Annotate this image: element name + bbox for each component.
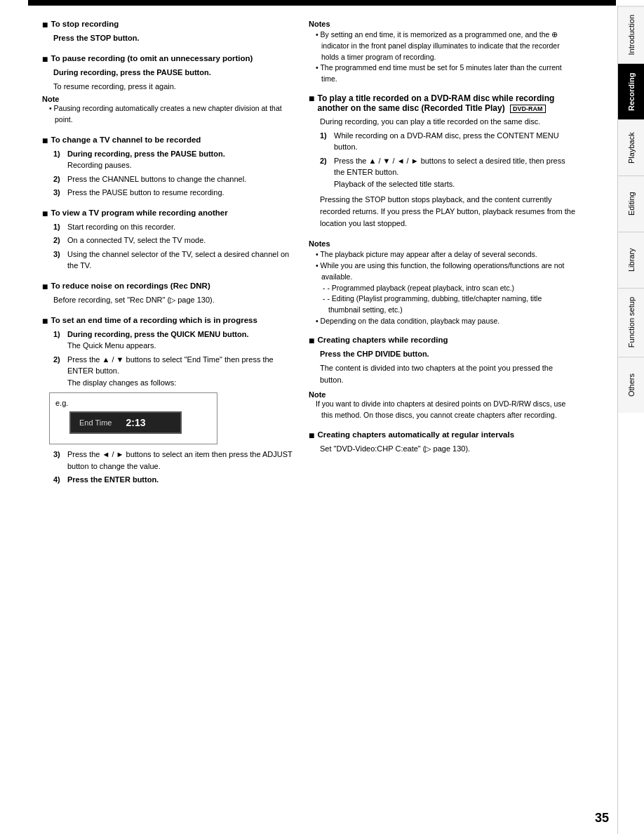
section-dvdram: ■ To play a title recorded on a DVD-RAM … [309,93,575,230]
end-time-list-2: 3) Press the ◄ / ► buttons to select an … [53,449,295,486]
sidebar: Introduction Recording Playback Editing … [617,6,644,834]
view-tv-item-2: 2) On a connected TV, select the TV mode… [53,234,295,246]
dvdram-item-2: 2) Press the ▲ / ▼ / ◄ / ► buttons to se… [320,155,575,190]
sidebar-tab-introduction[interactable]: Introduction [618,6,644,63]
sidebar-tab-others[interactable]: Others [618,357,644,413]
left-column: ■ To stop recording Press the STOP butto… [42,20,295,812]
dvdram-list: 1) While recording on a DVD-RAM disc, pr… [320,130,575,190]
notes-top-item-1: • By setting an end time, it is memorize… [314,29,575,62]
end-time-item-2: 2) Press the ▲ / ▼ buttons to select "En… [53,354,295,389]
notes-middle-item-5: • Depending on the data condition, playb… [314,316,575,327]
dvd-ram-badge: DVD-RAM [510,105,546,113]
notes-middle-item-1: • The playback picture may appear after … [314,249,575,260]
dvdram-item-1: 1) While recording on a DVD-RAM disc, pr… [320,130,575,153]
section-view-tv: ■ To view a TV program while recording a… [42,208,295,272]
sidebar-tab-editing[interactable]: Editing [618,176,644,232]
end-time-item-4: 4) Press the ENTER button. [53,474,295,486]
end-time-example-box: e.g. End Time 2:13 [49,392,217,444]
end-time-display-value: 2:13 [126,417,145,428]
rec-dnr-heading: ■ To reduce noise on recordings (Rec DNR… [42,282,295,291]
notes-top-header: Notes [309,20,575,28]
sidebar-tab-function-setup[interactable]: Function setup [618,288,644,356]
chp-bold-sub: Press the CHP DIVIDE button. [320,348,575,360]
auto-chp-heading: ■ Creating chapters automatically at reg… [309,430,575,440]
dvdram-para: Pressing the STOP button stops playback,… [320,194,575,230]
change-channel-list: 1) During recording, press the PAUSE but… [53,148,295,199]
change-channel-item-2: 2) Press the CHANNEL buttons to change t… [53,173,295,185]
view-tv-heading: ■ To view a TV program while recording a… [42,208,295,218]
top-bar [28,0,616,6]
section-rec-dnr: ■ To reduce noise on recordings (Rec DNR… [42,282,295,306]
page-container: ■ To stop recording Press the STOP butto… [0,6,644,834]
view-tv-list: 1) Start recording on this recorder. 2) … [53,221,295,272]
section-change-channel: ■ To change a TV channel to be recorded … [42,135,295,199]
dvdram-heading: ■ To play a title recorded on a DVD-RAM … [309,93,575,113]
notes-middle-item-4: - - Editing (Playlist programming, dubbi… [314,293,575,316]
pause-recording-heading: ■ To pause recording (to omit an unneces… [42,54,295,64]
change-channel-heading: ■ To change a TV channel to be recorded [42,135,295,145]
pause-bold-sub: During recording, press the PAUSE button… [53,67,295,79]
end-time-list: 1) During recording, press the QUICK MEN… [53,329,295,389]
main-content: ■ To stop recording Press the STOP butto… [0,6,617,834]
change-channel-item-1: 1) During recording, press the PAUSE but… [53,148,295,171]
chp-body: The content is divided into two chapters… [320,362,575,386]
change-channel-item-3: 3) Press the PAUSE button to resume reco… [53,187,295,199]
view-tv-item-1: 1) Start recording on this recorder. [53,221,295,233]
notes-middle-header: Notes [309,239,575,248]
sidebar-tab-recording[interactable]: Recording [618,63,644,119]
right-column: Notes • By setting an end time, it is me… [309,20,575,812]
rec-dnr-body: Before recording, set "Rec DNR" (▷ page … [53,294,295,306]
notes-top-item-2: • The programmed end time must be set fo… [314,62,575,85]
sidebar-tab-playback[interactable]: Playback [618,119,644,176]
dvdram-intro: During recording, you can play a title r… [320,116,575,128]
sidebar-tab-library[interactable]: Library [618,232,644,288]
pause-sub: To resume recording, press it again. [53,81,295,93]
notes-middle: Notes • The playback picture may appear … [309,239,575,326]
end-time-item-1: 1) During recording, press the QUICK MEN… [53,329,295,352]
end-time-display-label: End Time [79,418,112,427]
eg-label: e.g. [55,399,211,407]
end-time-display: End Time 2:13 [69,411,182,434]
stop-recording-heading: ■ To stop recording [42,20,295,29]
section-chp: ■ Creating chapters while recording Pres… [309,336,575,421]
auto-chp-body: Set "DVD-Video:CHP C:eate" (▷ page 130). [320,443,575,455]
view-tv-item-3: 3) Using the channel selector of the TV,… [53,249,295,272]
chp-note: Note If you want to divide into chapters… [309,390,575,421]
section-end-time: ■ To set an end time of a recording whic… [42,316,295,486]
pause-note: Note • Pausing recording automatically c… [42,95,295,126]
chp-heading: ■ Creating chapters while recording [309,336,575,345]
notes-top: Notes • By setting an end time, it is me… [309,20,575,85]
section-stop-recording: ■ To stop recording Press the STOP butto… [42,20,295,44]
end-time-heading: ■ To set an end time of a recording whic… [42,316,295,326]
notes-middle-item-2: • While you are using this function, the… [314,260,575,283]
section-pause-recording: ■ To pause recording (to omit an unneces… [42,54,295,126]
stop-recording-body: Press the STOP button. [53,32,295,44]
notes-middle-item-3: - - Programmed playback (repeat playback… [314,283,575,294]
end-time-item-3: 3) Press the ◄ / ► buttons to select an … [53,449,295,472]
page-number: 35 [595,811,609,826]
section-auto-chp: ■ Creating chapters automatically at reg… [309,430,575,455]
